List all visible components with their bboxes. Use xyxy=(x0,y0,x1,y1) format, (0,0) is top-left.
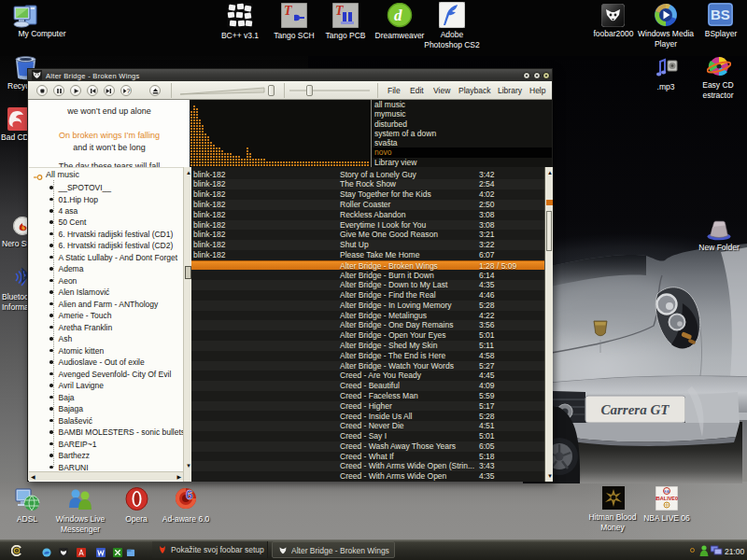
svg-text:EA: EA xyxy=(664,489,669,494)
svg-text:T: T xyxy=(284,4,293,18)
svg-text:?: ? xyxy=(126,88,130,94)
svg-text:Carrera GT: Carrera GT xyxy=(601,402,670,417)
svg-text:NBALIVE06: NBALIVE06 xyxy=(655,496,678,501)
svg-text:6: 6 xyxy=(186,487,193,502)
svg-text:BS: BS xyxy=(711,7,730,22)
svg-text:d: d xyxy=(394,7,402,24)
